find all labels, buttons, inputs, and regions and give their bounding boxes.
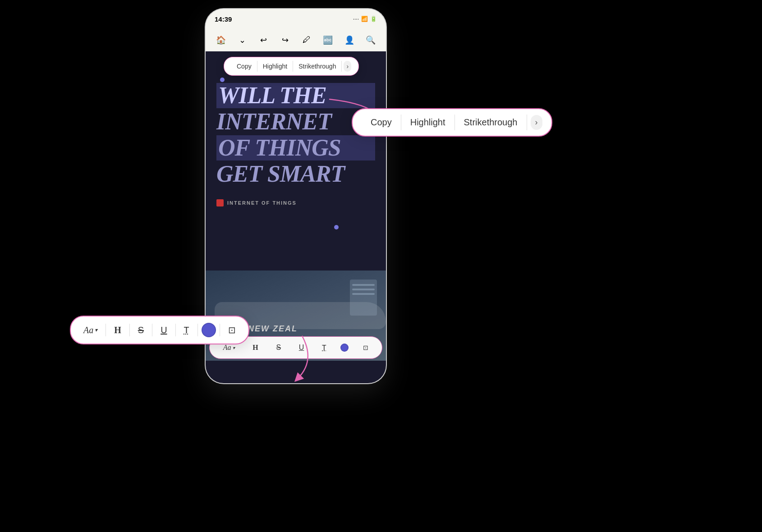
highlight-button-large[interactable]: Highlight: [401, 115, 455, 130]
font-size-button-large[interactable]: Aa ▾: [79, 321, 102, 339]
status-time: 14:39: [215, 15, 232, 23]
headline-line-3: OF THINGS: [216, 135, 375, 161]
battery-icon: 🔋: [370, 16, 377, 22]
app-toolbar: 🏠 ⌄ ↩ ↪ 🖊 🔤 👤 🔍: [206, 29, 386, 51]
chevron-down-icon-inner: ▾: [233, 345, 235, 350]
strikethrough-button-inner[interactable]: S: [272, 341, 285, 354]
strikethrough-button-small[interactable]: Strikethrough: [293, 61, 342, 72]
tag-icon: [216, 199, 224, 206]
selection-menu-phone[interactable]: Copy Highlight Strikethrough ›: [224, 57, 359, 76]
select-tool-large[interactable]: ⊡: [224, 321, 240, 339]
heading-button-inner[interactable]: H: [249, 341, 262, 354]
wifi-icon: 📶: [361, 16, 368, 22]
headline: WILL THE INTERNET OF THINGS GET SMART: [216, 83, 375, 186]
typewriter-button-large[interactable]: T: [179, 321, 194, 339]
dots-icon: ····: [353, 16, 359, 22]
divider-6: [220, 324, 220, 336]
underline-button-large[interactable]: U: [156, 321, 171, 339]
color-circle-large[interactable]: [202, 323, 216, 337]
color-circle-inner[interactable]: [340, 344, 349, 352]
copy-button-large[interactable]: Copy: [362, 115, 401, 130]
more-button-small[interactable]: ›: [344, 61, 351, 72]
divider-1: [106, 324, 106, 336]
underline-button-inner[interactable]: U: [295, 341, 308, 354]
cursor-dot-end: [334, 225, 339, 229]
divider-2: [129, 324, 130, 336]
redo-icon[interactable]: ↪: [278, 33, 292, 47]
selection-menu-large[interactable]: Copy Highlight Strikethrough ›: [352, 108, 552, 137]
format-toolbar-large[interactable]: Aa ▾ H S U T ⊡: [70, 316, 249, 344]
category-tag: INTERNET OF THINGS: [216, 199, 375, 206]
divider-3: [152, 324, 152, 336]
highlight-button-small[interactable]: Highlight: [257, 61, 293, 72]
text-format-icon[interactable]: 🔤: [321, 33, 335, 47]
pen-icon[interactable]: 🖊: [299, 33, 314, 47]
typewriter-button-inner[interactable]: T: [318, 341, 330, 355]
search-icon[interactable]: 🔍: [363, 33, 378, 47]
status-bar: 14:39 ···· 📶 🔋: [206, 9, 386, 29]
status-icons: ···· 📶 🔋: [353, 16, 377, 22]
divider-5: [197, 324, 198, 336]
divider-4: [175, 324, 176, 336]
font-label-inner: Aa: [223, 344, 231, 352]
more-button-large[interactable]: ›: [531, 115, 542, 130]
home-icon[interactable]: 🏠: [214, 33, 228, 47]
strikethrough-button-large[interactable]: Strikethrough: [455, 115, 527, 130]
category-text: INTERNET OF THINGS: [227, 200, 297, 206]
user-icon[interactable]: 👤: [342, 33, 357, 47]
copy-button-small[interactable]: Copy: [231, 61, 257, 72]
undo-icon[interactable]: ↩: [257, 33, 271, 47]
dropdown-icon[interactable]: ⌄: [235, 33, 249, 47]
headline-line-1: WILL THE: [216, 83, 375, 108]
headline-line-4: GET SMART: [216, 162, 375, 186]
font-label-large: Aa: [83, 325, 93, 335]
strikethrough-button-large[interactable]: S: [133, 321, 148, 339]
cursor-dot-start: [220, 78, 225, 82]
select-tool-inner[interactable]: ⊡: [359, 341, 372, 354]
chevron-down-icon-large: ▾: [95, 327, 97, 334]
heading-button-large[interactable]: H: [110, 321, 126, 339]
